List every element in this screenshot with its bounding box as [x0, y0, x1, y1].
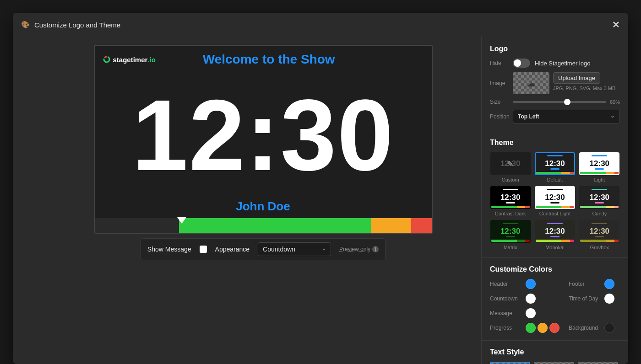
theme-label: Custom — [502, 177, 519, 182]
theme-grid: 12:30 ✎ Custom 12:30 Default — [490, 152, 620, 250]
text-style-option-3[interactable]: 10:00 — [578, 362, 618, 364]
upload-hint: JPG, PNG, SVG, Max 3 MB — [553, 86, 615, 91]
progress-marker-icon — [177, 217, 186, 224]
color-row-background: Background — [569, 323, 620, 333]
text-style-section-title: Text Style — [490, 348, 620, 356]
color-row-footer: Footer — [569, 279, 620, 289]
theme-card-contrast-dark[interactable]: 12:30 — [490, 186, 531, 209]
colors-section-title: Customize Colors — [490, 265, 620, 273]
color-row-countdown: Countdown — [490, 294, 560, 304]
preview-logo: stagetimer.io — [103, 56, 156, 64]
progress-color-swatch-2[interactable] — [538, 323, 548, 333]
footer-color-swatch[interactable] — [604, 279, 614, 289]
progress-green — [179, 218, 371, 233]
theme-card-gruvbox[interactable]: 12:30 — [579, 220, 619, 243]
theme-card-candy[interactable]: 12:30 — [579, 186, 619, 209]
countdown-color-swatch[interactable] — [526, 294, 536, 304]
theme-card-custom[interactable]: 12:30 ✎ — [490, 152, 531, 175]
preview-progress — [95, 218, 432, 233]
text-style-option-1[interactable]: 10:00 — [490, 362, 530, 364]
message-color-swatch[interactable] — [526, 308, 536, 318]
preview-only-link[interactable]: Preview only i — [339, 246, 379, 252]
image-label: Image — [490, 80, 513, 86]
modal-header: 🎨 Customize Logo and Theme ✕ — [13, 13, 628, 37]
preview-box: stagetimer.io Welcome to the Show 12:30 … — [94, 45, 433, 234]
preview-pane: stagetimer.io Welcome to the Show 12:30 … — [13, 37, 482, 364]
color-row-header: Header — [490, 279, 560, 289]
brand-suffix: .io — [147, 56, 156, 64]
theme-label: Monokai — [545, 245, 565, 250]
theme-tile-gruvbox: 12:30 Gruvbox — [579, 220, 620, 250]
text-style-row: 10:00 10:00 10:00 — [490, 362, 620, 364]
theme-card-matrix[interactable]: 12:30 — [490, 220, 531, 243]
theme-tile-custom: 12:30 ✎ Custom — [490, 152, 531, 182]
logo-mark-icon — [103, 56, 110, 63]
progress-orange — [371, 218, 411, 233]
controls-bar: Show Message Appearance Countdown Previe… — [141, 238, 386, 260]
text-style-option-2[interactable]: 10:00 — [534, 362, 574, 364]
color-grid: Header Footer Countdown Time of Day Mess… — [490, 279, 620, 333]
color-row-message: Message — [490, 308, 560, 318]
upload-image-button[interactable]: Upload Image — [553, 72, 600, 84]
appearance-select[interactable]: Countdown — [258, 242, 331, 256]
theme-label: Light — [594, 177, 605, 182]
progress-elapsed — [95, 218, 179, 233]
theme-tile-light: 12:30 Light — [579, 152, 620, 182]
preview-top: stagetimer.io Welcome to the Show — [95, 46, 432, 67]
modal-body: stagetimer.io Welcome to the Show 12:30 … — [13, 37, 628, 364]
theme-tile-candy: 12:30 Candy — [579, 186, 620, 216]
timeofday-color-swatch[interactable] — [604, 294, 614, 304]
theme-tile-default: 12:30 Default — [534, 152, 575, 182]
theme-label: Contrast Light — [539, 211, 570, 216]
image-dropzone[interactable]: ☁ — [513, 72, 549, 94]
settings-sidebar: Logo Hide Hide Stagetimer logo Image ☁ U… — [482, 37, 628, 364]
hide-logo-toggle[interactable] — [513, 59, 530, 68]
header-color-swatch[interactable] — [526, 279, 536, 289]
position-row: Position Top Left — [490, 110, 620, 123]
modal-title: Customize Logo and Theme — [34, 21, 120, 29]
background-color-swatch[interactable] — [604, 323, 614, 333]
pen-icon: ✎ — [507, 160, 513, 168]
preview-only-label: Preview only — [339, 246, 370, 252]
theme-label: Matrix — [504, 245, 517, 250]
logo-size-slider[interactable] — [513, 101, 606, 103]
preview-time: 12:30 — [95, 67, 432, 199]
progress-color-swatch-3[interactable] — [549, 323, 560, 333]
size-label: Size — [490, 99, 513, 105]
theme-tile-contrast-dark: 12:30 Contrast Dark — [490, 186, 531, 216]
divider — [482, 131, 628, 131]
appearance-value: Countdown — [263, 246, 295, 253]
theme-card-contrast-light[interactable]: 12:30 — [535, 186, 575, 209]
position-select[interactable]: Top Left — [513, 110, 620, 123]
appearance-label: Appearance — [215, 246, 250, 253]
position-label: Position — [490, 113, 513, 120]
divider — [482, 257, 628, 258]
theme-section-title: Theme — [490, 139, 620, 147]
hide-logo-row: Hide Hide Stagetimer logo — [490, 59, 620, 68]
theme-tile-contrast-light: 12:30 Contrast Light — [534, 186, 575, 216]
hide-label: Hide — [490, 60, 513, 66]
logo-section-title: Logo — [490, 45, 620, 53]
color-row-progress: Progress — [490, 323, 560, 333]
preview-speaker: John Doe — [95, 199, 432, 218]
size-row: Size 60% — [490, 99, 620, 105]
theme-tile-matrix: 12:30 Matrix — [490, 220, 531, 250]
theme-card-default[interactable]: 12:30 — [535, 152, 575, 175]
progress-red — [411, 218, 431, 233]
theme-card-light[interactable]: 12:30 — [579, 152, 619, 175]
show-message-checkbox[interactable] — [200, 246, 207, 253]
color-row-timeofday: Time of Day — [569, 294, 620, 304]
close-button[interactable]: ✕ — [612, 19, 620, 30]
theme-label: Contrast Dark — [495, 211, 526, 216]
divider — [482, 340, 628, 341]
theme-label: Candy — [592, 211, 607, 216]
palette-icon: 🎨 — [21, 21, 30, 29]
theme-card-monokai[interactable]: 12:30 — [535, 220, 575, 243]
theme-label: Default — [547, 177, 563, 182]
preview-title: Welcome to the Show — [156, 52, 382, 67]
image-row: Image ☁ Upload Image JPG, PNG, SVG, Max … — [490, 72, 620, 94]
size-value: 60% — [610, 99, 620, 105]
progress-color-swatch-1[interactable] — [526, 323, 536, 333]
show-message-label: Show Message — [147, 246, 191, 253]
theme-label: Gruvbox — [590, 245, 609, 250]
